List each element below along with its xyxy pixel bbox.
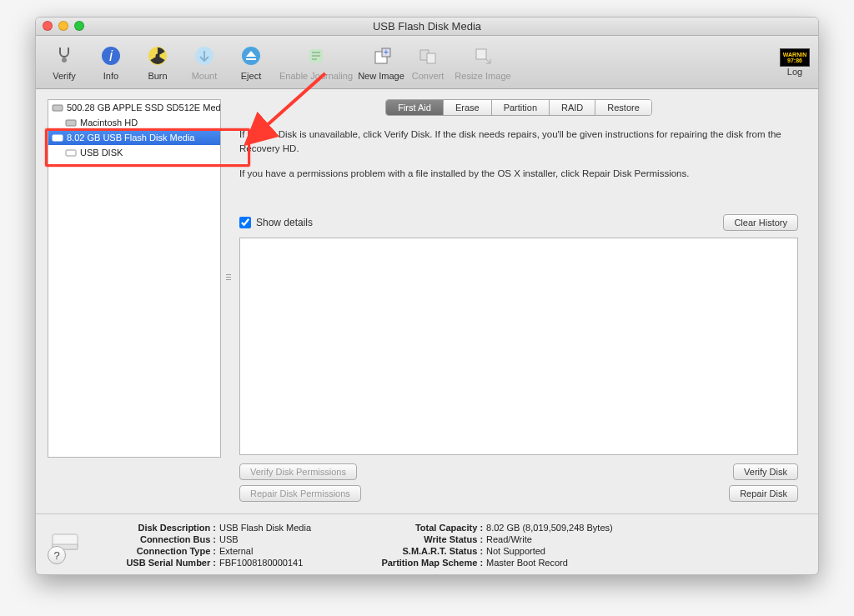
- journal-icon: [304, 43, 329, 68]
- resize-image-button[interactable]: Resize Image: [451, 38, 515, 88]
- external-disk-icon: [52, 133, 63, 143]
- main-panel: First Aid Erase Partition RAID Restore I…: [228, 89, 818, 513]
- zoom-icon[interactable]: [74, 21, 84, 31]
- info-button[interactable]: i Info: [88, 38, 134, 88]
- svg-rect-14: [53, 105, 63, 111]
- resize-icon: [470, 43, 495, 68]
- verify-disk-button[interactable]: Verify Disk: [733, 463, 798, 480]
- tab-raid[interactable]: RAID: [550, 100, 595, 115]
- tab-erase[interactable]: Erase: [444, 100, 492, 115]
- disk-tree[interactable]: 500.28 GB APPLE SSD SD512E Media Macinto…: [48, 99, 221, 458]
- new-image-button[interactable]: + New Image: [358, 38, 404, 88]
- eject-icon: [239, 43, 264, 68]
- svg-rect-17: [66, 150, 76, 156]
- verify-disk-permissions-button[interactable]: Verify Disk Permissions: [239, 463, 357, 480]
- footer-info: Disk Description :USB Flash Disk Media C…: [36, 513, 818, 574]
- eject-button[interactable]: Eject: [228, 38, 274, 88]
- svg-text:+: +: [384, 48, 389, 57]
- sidebar: 500.28 GB APPLE SSD SD512E Media Macinto…: [36, 89, 228, 513]
- convert-button[interactable]: Convert: [404, 38, 451, 88]
- repair-disk-button[interactable]: Repair Disk: [729, 485, 798, 502]
- enable-journaling-button[interactable]: Enable Journaling: [274, 38, 358, 88]
- hdd-icon: [52, 103, 63, 113]
- mount-button[interactable]: Mount: [181, 38, 228, 88]
- clear-history-button[interactable]: Clear History: [723, 214, 798, 231]
- window-controls: [43, 21, 84, 31]
- tree-row-usb-disk[interactable]: USB DISK: [48, 145, 220, 160]
- hdd-icon: [65, 118, 77, 128]
- mount-icon: [192, 43, 217, 68]
- instructions-text: If Repair Disk is unavailable, click Ver…: [231, 124, 806, 189]
- tree-row-usb-media[interactable]: 8.02 GB USB Flash Disk Media: [48, 130, 220, 145]
- close-icon[interactable]: [43, 21, 53, 31]
- footer-col-right: Total Capacity :8.02 GB (8,019,509,248 B…: [358, 523, 613, 568]
- burn-button[interactable]: Burn: [134, 38, 181, 88]
- tab-partition[interactable]: Partition: [492, 100, 550, 115]
- toolbar: Verify i Info Burn Mount Eject Enable Jo…: [36, 36, 818, 89]
- repair-disk-permissions-button[interactable]: Repair Disk Permissions: [239, 485, 361, 502]
- svg-rect-16: [53, 135, 63, 141]
- svg-rect-15: [66, 120, 76, 126]
- tab-first-aid[interactable]: First Aid: [386, 100, 444, 115]
- log-output[interactable]: [239, 238, 798, 455]
- resize-handle[interactable]: [226, 264, 231, 289]
- tree-row-internal-disk[interactable]: 500.28 GB APPLE SSD SD512E Media: [48, 100, 220, 115]
- info-icon: i: [98, 43, 123, 68]
- svg-point-4: [156, 54, 160, 58]
- warning-badge-icon: WARNIN 97:86: [780, 48, 810, 67]
- svg-rect-12: [427, 53, 435, 63]
- content-area: 500.28 GB APPLE SSD SD512E Media Macinto…: [36, 89, 818, 513]
- external-disk-icon: [65, 148, 77, 158]
- verify-button[interactable]: Verify: [41, 38, 88, 88]
- footer-col-left: Disk Description :USB Flash Disk Media C…: [108, 523, 311, 568]
- tree-row-macintosh-hd[interactable]: Macintosh HD: [48, 115, 220, 130]
- convert-icon: [415, 43, 440, 68]
- window-title: USB Flash Disk Media: [373, 20, 481, 33]
- radiation-icon: [145, 43, 170, 68]
- tab-restore[interactable]: Restore: [595, 100, 651, 115]
- stethoscope-icon: [52, 43, 77, 68]
- show-details-label: Show details: [256, 217, 313, 228]
- new-image-icon: +: [369, 43, 394, 68]
- title-bar: USB Flash Disk Media: [36, 18, 818, 36]
- svg-rect-13: [476, 49, 486, 59]
- svg-point-0: [62, 58, 67, 63]
- tab-bar: First Aid Erase Partition RAID Restore: [231, 99, 806, 116]
- minimize-icon[interactable]: [58, 21, 68, 31]
- help-button[interactable]: ?: [48, 546, 66, 564]
- log-button[interactable]: WARNIN 97:86 Log: [780, 48, 810, 77]
- disk-utility-window: USB Flash Disk Media Verify i Info Burn …: [35, 17, 819, 575]
- show-details-checkbox[interactable]: [239, 217, 251, 228]
